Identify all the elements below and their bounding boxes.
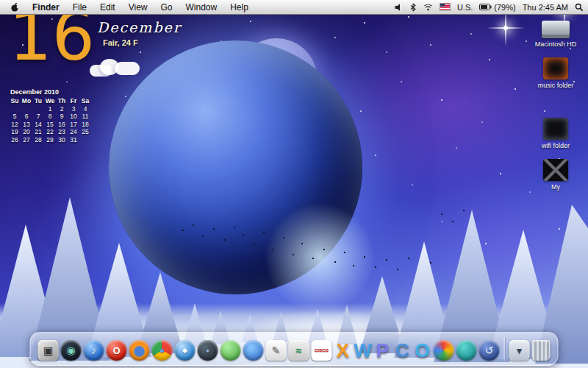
calendar-cell: 17 [68, 121, 79, 129]
desktop[interactable]: Finder FileEditViewGoWindowHelp [0, 0, 588, 368]
menu-bar-status: U.S. (79%) Thu 2:45 AM [394, 3, 584, 12]
dock-icon-photo-booth[interactable]: ● [198, 340, 218, 361]
spotlight-menu-extra[interactable] [575, 3, 584, 12]
desktop-icon-label: music folder [538, 82, 574, 89]
volume-menu-extra[interactable] [394, 3, 403, 12]
calendar-cell: 19 [9, 128, 21, 136]
dock-icon-adium[interactable] [220, 340, 241, 361]
calendar-cell: 16 [56, 121, 68, 129]
calendar-day-header: Su [9, 97, 21, 105]
dock-icon-safari[interactable]: ◆ [175, 340, 196, 361]
dock-icon-excel[interactable]: X [334, 340, 352, 361]
calendar-day-header: Tu [32, 97, 44, 105]
battery-menu-extra[interactable]: (79%) [479, 3, 515, 12]
my-folder-icon [543, 159, 568, 181]
weather-widget-conditions: Fair, 24 F [103, 38, 138, 47]
calendar-cell: 18 [79, 121, 91, 129]
calendar-day-header: Mo [21, 97, 32, 105]
input-source-label[interactable]: U.S. [457, 3, 473, 12]
dock-icon-firefox[interactable] [129, 340, 150, 361]
calendar-cell: 31 [68, 136, 79, 144]
calendar-cell: 25 [79, 128, 91, 136]
calendar-cell: 12 [9, 121, 21, 129]
spotlight-search-icon [575, 3, 584, 12]
calendar-cell: 2 [56, 105, 68, 113]
dock-divider [504, 337, 505, 361]
airport-menu-extra[interactable] [423, 3, 433, 11]
weather-widget-month[interactable]: December [97, 19, 182, 35]
dock-icon-time-machine[interactable]: ↺ [479, 340, 500, 361]
menu-help[interactable]: Help [223, 2, 255, 13]
dock-icon-dashboard[interactable]: ◉ [61, 340, 82, 361]
calendar-cell: 9 [56, 113, 68, 121]
active-app-name[interactable]: Finder [26, 2, 66, 13]
calendar-cell: 1 [44, 105, 56, 113]
calendar-day-header: We [44, 97, 56, 105]
menu-file[interactable]: File [66, 2, 93, 13]
calendar-cell: 27 [21, 136, 32, 144]
calendar-cell [79, 136, 91, 144]
dock-icon-openoffice[interactable]: O [414, 340, 431, 361]
calendar-cell: 23 [56, 128, 68, 136]
music-folder-icon [543, 57, 568, 79]
desktop-icon-music-folder[interactable]: music folder [538, 57, 574, 89]
desktop-icon-label: wifi folder [542, 142, 570, 149]
calendar-cell: 24 [68, 128, 79, 136]
bluetooth-icon [409, 3, 417, 12]
dock-icon-cyberduck[interactable]: C [394, 340, 412, 361]
calendar-cell: 15 [44, 121, 56, 129]
calendar-cell: 10 [68, 113, 79, 121]
calendar-cell: 11 [79, 113, 91, 121]
menu-view[interactable]: View [122, 2, 154, 13]
calendar-cell: 8 [44, 113, 56, 121]
calendar-cell: 14 [32, 121, 44, 129]
bluetooth-menu-extra[interactable] [409, 3, 417, 12]
calendar-cell: 7 [32, 113, 44, 121]
macintosh-hd-icon [542, 21, 570, 38]
calendar-day-headers: SuMoTuWeThFrSa [9, 97, 96, 105]
dock-icon-grab-utility[interactable]: ▣ [38, 340, 59, 361]
calendar-widget[interactable]: December 2010 SuMoTuWeThFrSa 12345678910… [9, 88, 96, 144]
calendar-cell: 13 [21, 121, 32, 129]
calendar-cell: 3 [68, 105, 79, 113]
dock-icon-colorful-app[interactable] [434, 340, 454, 361]
calendar-cell: 21 [32, 128, 44, 136]
menu-bar: Finder FileEditViewGoWindowHelp [0, 0, 588, 15]
menu-items: FileEditViewGoWindowHelp [66, 2, 255, 13]
apple-menu[interactable] [4, 2, 26, 13]
volume-icon [394, 3, 403, 12]
desktop-icon-wifi-folder[interactable]: wifi folder [542, 118, 570, 149]
dock-icon-globe-app[interactable] [456, 340, 477, 361]
calendar-day-header: Th [56, 97, 68, 105]
calendar-cell: 20 [21, 128, 32, 136]
calendar-days-grid: 1234567891011121314151617181920212223242… [9, 105, 96, 144]
desktop-icon-macintosh-hd[interactable]: Macintosh HD [535, 21, 577, 48]
calendar-cell: 6 [21, 113, 32, 121]
dock-icon-word[interactable]: W [354, 340, 372, 361]
dock-icon-downloads[interactable]: ▾ [509, 340, 530, 361]
dock-icon-itunes[interactable]: ♪ [84, 340, 104, 361]
desktop-icon-my-folder[interactable]: My [543, 159, 568, 191]
dock-icon-activity-monitor[interactable]: ≈ [289, 340, 309, 361]
menu-edit[interactable]: Edit [93, 2, 122, 13]
input-source-menu-extra[interactable] [440, 3, 451, 11]
dock-icon-textedit[interactable]: ✎ [266, 340, 287, 361]
desktop-icon-label: Macintosh HD [535, 40, 577, 48]
dock-icon-powerpoint[interactable]: P [374, 340, 392, 361]
dock-icon-opera[interactable]: O [107, 340, 127, 361]
calendar-cell [32, 105, 44, 113]
us-flag-icon [440, 3, 451, 11]
wifi-icon [423, 3, 433, 11]
dock: ▣◉♪O●◆●✎≈CISCOXWPCO↺▾ [30, 332, 559, 366]
calendar-cell: 29 [44, 136, 56, 144]
dock-icon-chrome[interactable]: ● [152, 340, 173, 361]
menu-window[interactable]: Window [179, 2, 224, 13]
dock-icon-cisco-vpn[interactable]: CISCO [312, 340, 332, 361]
calendar-cell: 22 [44, 128, 56, 136]
menu-bar-clock[interactable]: Thu 2:45 AM [523, 3, 568, 12]
dock-icon-vuze[interactable] [243, 340, 264, 361]
menu-go[interactable]: Go [154, 2, 179, 13]
calendar-day-header: Fr [68, 97, 79, 105]
dock-icon-trash[interactable] [532, 340, 551, 361]
calendar-cell: 28 [32, 136, 44, 144]
